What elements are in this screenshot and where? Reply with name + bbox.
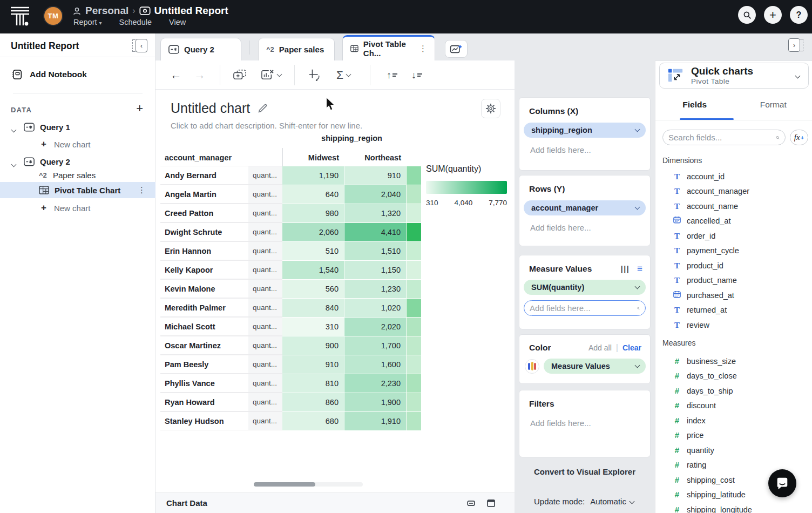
field-item-product_name[interactable]: Tproduct_name (655, 273, 812, 288)
help-chat-button[interactable] (768, 469, 796, 497)
columns-layout-icon[interactable]: ||| (621, 265, 630, 273)
heat-cell[interactable]: 510 (282, 242, 344, 261)
row-label[interactable]: Dwight Schrute (160, 222, 248, 241)
measure-label[interactable]: quant... (248, 204, 282, 222)
heat-cell[interactable]: 860 (282, 393, 344, 412)
heat-cell[interactable]: 1,910 (344, 412, 407, 431)
row-label[interactable]: Michael Scott (160, 317, 248, 336)
row-label[interactable]: Oscar Martinez (160, 336, 248, 355)
tab-format[interactable]: Format (734, 100, 812, 117)
add-button[interactable]: + (764, 6, 782, 24)
measure-search-input[interactable] (530, 303, 637, 313)
row-label[interactable]: Ryan Howard (160, 393, 248, 411)
avatar[interactable]: TM (43, 6, 63, 26)
maximize-panel-icon[interactable] (487, 500, 495, 507)
measure-label[interactable]: quant... (248, 317, 282, 336)
field-item-shipping_longitude[interactable]: #shipping_longitude (655, 502, 812, 513)
row-label[interactable]: Kelly Kapoor (160, 260, 248, 279)
rows-layout-icon[interactable]: ≡ (637, 264, 642, 274)
heat-cell[interactable]: 1,320 (344, 204, 407, 223)
field-item-days_to_close[interactable]: #days_to_close (655, 369, 812, 384)
collapse-right-panel-button[interactable]: › (788, 38, 803, 52)
color-pill-measure-values[interactable]: Measure Values (544, 359, 646, 374)
row-label[interactable]: Phyllis Vance (160, 374, 248, 393)
heat-cell[interactable]: 1,510 (344, 242, 407, 261)
heat-cell[interactable]: 980 (282, 204, 344, 223)
row-label[interactable]: Creed Patton (160, 204, 248, 222)
field-item-account_id[interactable]: Taccount_id (655, 169, 812, 184)
field-item-payment_cycle[interactable]: Tpayment_cycle (655, 244, 812, 259)
measure-label[interactable]: quant... (248, 374, 282, 393)
field-item-purchased_at[interactable]: purchased_at (655, 288, 812, 303)
heat-cell[interactable]: 1,190 (282, 166, 344, 185)
add-data-button[interactable]: + (136, 102, 143, 116)
columns-pill-shipping-region[interactable]: shipping_region (524, 123, 646, 138)
rows-drop-zone[interactable]: Add fields here... (530, 223, 650, 232)
sort-ascending-button[interactable]: ↑ (380, 60, 404, 90)
heat-cell-partial[interactable] (407, 336, 421, 355)
field-item-account_manager[interactable]: Taccount_manager (655, 184, 812, 199)
sidebar-item-pivot-table-chart[interactable]: Pivot Table Chart ⋮ (0, 182, 155, 198)
help-button[interactable]: ? (790, 6, 808, 24)
field-item-returned_at[interactable]: Treturned_at (655, 303, 812, 318)
scrollbar-thumb[interactable] (254, 482, 315, 487)
columns-drop-zone[interactable]: Add fields here... (530, 145, 650, 154)
measure-label[interactable]: quant... (248, 166, 282, 185)
heat-cell[interactable]: 900 (282, 336, 344, 355)
heat-cell[interactable]: 840 (282, 299, 344, 318)
measure-label[interactable]: quant... (248, 411, 282, 430)
heat-cell-partial[interactable] (407, 185, 421, 204)
field-item-review[interactable]: Treview (655, 318, 812, 333)
measure-label[interactable]: quant... (248, 260, 282, 279)
minimize-panel-icon[interactable] (467, 501, 475, 506)
app-logo-icon[interactable] (10, 6, 30, 26)
add-notebook-button[interactable]: Add Notebook (12, 69, 87, 80)
menu-view[interactable]: View (169, 18, 186, 26)
heat-cell[interactable]: 2,060 (282, 223, 344, 242)
heat-cell[interactable]: 680 (282, 412, 344, 431)
column-header[interactable]: Northeast (344, 153, 401, 162)
heat-cell[interactable]: 910 (282, 355, 344, 374)
sidebar-item-paper-sales[interactable]: ^2 Paper sales (0, 167, 155, 183)
heat-cell-partial[interactable] (407, 318, 421, 336)
heat-cell[interactable]: 1,230 (344, 280, 407, 299)
measure-label[interactable]: quant... (248, 393, 282, 411)
edit-pencil-icon[interactable] (258, 103, 268, 113)
duplicate-element-button[interactable] (229, 60, 251, 90)
heat-cell-partial[interactable] (407, 412, 421, 431)
heat-cell[interactable]: 2,230 (344, 374, 407, 393)
tab-fields[interactable]: Fields (655, 100, 734, 117)
row-label[interactable]: Meredith Palmer (160, 298, 248, 317)
redo-button[interactable]: → (191, 60, 208, 90)
aggregate-button[interactable]: Σ (329, 60, 357, 90)
heat-cell[interactable]: 1,900 (344, 393, 407, 412)
row-label[interactable]: Andy Bernard (160, 166, 248, 185)
heat-cell-partial[interactable] (407, 299, 421, 318)
row-label[interactable]: Kevin Malone (160, 279, 248, 298)
heat-cell[interactable]: 810 (282, 374, 344, 393)
field-item-index[interactable]: #index (655, 413, 812, 428)
field-item-cancelled_at[interactable]: cancelled_at (655, 214, 812, 229)
horizontal-scrollbar[interactable] (254, 482, 363, 487)
heat-cell[interactable]: 1,600 (344, 355, 407, 374)
field-item-account_name[interactable]: Taccount_name (655, 199, 812, 214)
heat-cell-partial[interactable] (407, 374, 421, 393)
add-formula-button[interactable]: fx+ (790, 130, 808, 145)
breadcrumb-workspace[interactable]: Personal (85, 5, 128, 17)
convert-to-visual-explorer-button[interactable]: Convert to Visual Explorer (515, 467, 655, 476)
add-chart-tab-button[interactable] (445, 40, 468, 58)
heat-cell[interactable]: 910 (344, 166, 407, 185)
heat-cell[interactable]: 310 (282, 318, 344, 336)
measure-label[interactable]: quant... (248, 222, 282, 241)
kebab-menu-icon[interactable]: ⋮ (419, 44, 427, 53)
chart-title[interactable]: Untitled chart (171, 100, 250, 116)
measure-label[interactable]: quant... (248, 185, 282, 204)
measure-label[interactable]: quant... (248, 336, 282, 355)
heat-cell[interactable]: 1,150 (344, 261, 407, 280)
menu-report[interactable]: Report▾ (73, 18, 102, 26)
chart-data-label[interactable]: Chart Data (166, 498, 207, 508)
field-item-price[interactable]: #price (655, 428, 812, 443)
search-fields-box[interactable] (662, 130, 786, 145)
chart-settings-button[interactable] (481, 99, 500, 118)
field-item-order_id[interactable]: Torder_id (655, 228, 812, 244)
